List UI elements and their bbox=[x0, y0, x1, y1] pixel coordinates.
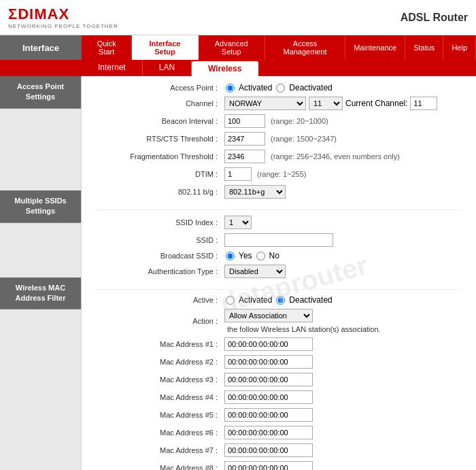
active-activated-radio[interactable] bbox=[226, 296, 235, 305]
current-channel-input[interactable] bbox=[410, 97, 437, 110]
channel-num-select[interactable]: 11 bbox=[309, 97, 343, 110]
channel-select[interactable]: NORWAY bbox=[224, 97, 306, 110]
auth-control: Disabled bbox=[224, 265, 286, 278]
mac6-row: Mac Address #6 : bbox=[95, 426, 462, 439]
follow-text: the follow Wireless LAN station(s) assoc… bbox=[227, 325, 381, 333]
beacon-range: (range: 20~1000) bbox=[271, 117, 328, 125]
broadcast-yes-label: Yes bbox=[239, 251, 252, 261]
rts-input[interactable] bbox=[224, 132, 265, 146]
logo-brand: ΣDIMAX bbox=[8, 5, 118, 23]
rts-row: RTS/CTS Threshold : (range: 1500~2347) bbox=[95, 132, 462, 146]
mac3-input[interactable] bbox=[224, 373, 313, 386]
active-deactivated-label: Deactivated bbox=[289, 295, 332, 305]
sidebar-access-point[interactable]: Access Point Settings bbox=[0, 76, 81, 109]
access-point-control: Activated Deactivated bbox=[224, 83, 333, 93]
mac4-input[interactable] bbox=[224, 390, 313, 404]
ssid-index-label: SSID Index : bbox=[95, 218, 224, 226]
rts-control: (range: 1500~2347) bbox=[224, 132, 337, 146]
mac4-row: Mac Address #4 : bbox=[95, 390, 462, 404]
mac1-label: Mac Address #1 : bbox=[95, 340, 224, 348]
mac2-row: Mac Address #2 : bbox=[95, 355, 462, 369]
nav-help[interactable]: Help bbox=[443, 35, 476, 60]
mac6-input[interactable] bbox=[224, 426, 313, 439]
sidebar-mac-filter[interactable]: Wireless MAC Address Filter bbox=[0, 278, 81, 310]
active-row: Active : Activated Deactivated bbox=[95, 295, 462, 305]
nav-maintenance[interactable]: Maintenance bbox=[345, 35, 405, 60]
mac8-input[interactable] bbox=[224, 461, 313, 470]
ssid-control bbox=[224, 233, 333, 247]
active-control: Activated Deactivated bbox=[224, 295, 333, 305]
top-nav: Interface Quick Start Interface Setup Ad… bbox=[0, 35, 476, 60]
subnav-internet[interactable]: Internet bbox=[82, 60, 143, 76]
broadcast-control: Yes No bbox=[224, 251, 279, 261]
mac8-control bbox=[224, 461, 313, 470]
mac1-input[interactable] bbox=[224, 337, 313, 351]
nav-interface-setup[interactable]: Interface Setup bbox=[132, 35, 198, 60]
dtim-label: DTIM : bbox=[95, 170, 224, 178]
nav-advanced-setup[interactable]: Advanced Setup bbox=[199, 35, 265, 60]
mac4-label: Mac Address #4 : bbox=[95, 393, 224, 401]
nav-status[interactable]: Status bbox=[405, 35, 443, 60]
frag-input[interactable] bbox=[224, 150, 265, 163]
mac6-label: Mac Address #6 : bbox=[95, 429, 224, 437]
auth-select[interactable]: Disabled bbox=[224, 265, 286, 278]
dot11-select[interactable]: 802.11b+g bbox=[224, 185, 286, 199]
dtim-input[interactable] bbox=[224, 167, 252, 181]
sidebar-multiple-ssids[interactable]: Multiple SSIDs Settings bbox=[0, 190, 81, 223]
ap-activated-label: Activated bbox=[239, 83, 272, 93]
frag-label: Fragmentation Threshold : bbox=[95, 152, 224, 161]
beacon-row: Beacon Interval : (range: 20~1000) bbox=[95, 114, 462, 128]
main-layout: Access Point Settings Multiple SSIDs Set… bbox=[0, 76, 476, 470]
ssid-row: SSID : bbox=[95, 233, 462, 247]
ap-activated-radio[interactable] bbox=[226, 84, 235, 93]
broadcast-no-radio[interactable] bbox=[256, 252, 265, 261]
current-channel-label: Current Channel: bbox=[345, 99, 407, 108]
broadcast-yes-radio[interactable] bbox=[226, 252, 235, 261]
mac2-input[interactable] bbox=[224, 355, 313, 369]
mac8-row: Mac Address #8 : bbox=[95, 461, 462, 470]
rts-range: (range: 1500~2347) bbox=[271, 135, 337, 143]
ssid-index-row: SSID Index : 1 bbox=[95, 216, 462, 229]
mac2-label: Mac Address #2 : bbox=[95, 358, 224, 366]
dtim-control: (range: 1~255) bbox=[224, 167, 306, 181]
mac3-control bbox=[224, 373, 313, 386]
ssid-section: SSID Index : 1 SSID : Broadcast SSID : Y… bbox=[95, 209, 462, 278]
ssid-index-control: 1 bbox=[224, 216, 252, 229]
nav-quick-start[interactable]: Quick Start bbox=[82, 35, 132, 60]
active-deactivated-radio[interactable] bbox=[276, 296, 285, 305]
ssid-input[interactable] bbox=[224, 233, 333, 247]
interface-label: Interface bbox=[0, 35, 82, 60]
nav-access-management[interactable]: Access Management bbox=[265, 35, 345, 60]
mac1-row: Mac Address #1 : bbox=[95, 337, 462, 351]
beacon-input[interactable] bbox=[224, 114, 265, 128]
mac5-input[interactable] bbox=[224, 408, 313, 422]
dtim-row: DTIM : (range: 1~255) bbox=[95, 167, 462, 181]
access-point-label: Access Point : bbox=[95, 84, 224, 92]
channel-row: Channel : NORWAY 11 Current Channel: bbox=[95, 97, 462, 110]
mac1-control bbox=[224, 337, 313, 351]
action-label: Action : bbox=[95, 317, 224, 325]
mac3-row: Mac Address #3 : bbox=[95, 373, 462, 386]
subnav-wireless[interactable]: Wireless bbox=[192, 61, 258, 76]
ap-deactivated-radio[interactable] bbox=[276, 84, 285, 93]
ssid-index-select[interactable]: 1 bbox=[224, 216, 252, 229]
auth-label: Authentication Type : bbox=[95, 267, 224, 275]
logo: ΣDIMAX NETWORKING PEOPLE TOGETHER bbox=[8, 5, 118, 29]
active-activated-label: Activated bbox=[239, 295, 272, 305]
mac7-label: Mac Address #7 : bbox=[95, 446, 224, 454]
sidebar: Access Point Settings Multiple SSIDs Set… bbox=[0, 76, 82, 470]
mac7-control bbox=[224, 443, 313, 457]
access-point-row: Access Point : Activated Deactivated bbox=[95, 83, 462, 93]
dot11-control: 802.11b+g bbox=[224, 185, 286, 199]
broadcast-label: Broadcast SSID : bbox=[95, 252, 224, 260]
mac7-input[interactable] bbox=[224, 443, 313, 457]
action-select[interactable]: Allow Association bbox=[224, 309, 313, 322]
rts-label: RTS/CTS Threshold : bbox=[95, 135, 224, 143]
action-control: Allow Association the follow Wireless LA… bbox=[224, 309, 462, 333]
sub-nav: Internet LAN Wireless bbox=[0, 60, 476, 76]
frag-control: (range: 256~2346, even numbers only) bbox=[224, 150, 400, 163]
logo-sub: NETWORKING PEOPLE TOGETHER bbox=[8, 23, 118, 29]
mac5-control bbox=[224, 408, 313, 422]
ssid-label: SSID : bbox=[95, 236, 224, 244]
subnav-lan[interactable]: LAN bbox=[143, 60, 192, 76]
